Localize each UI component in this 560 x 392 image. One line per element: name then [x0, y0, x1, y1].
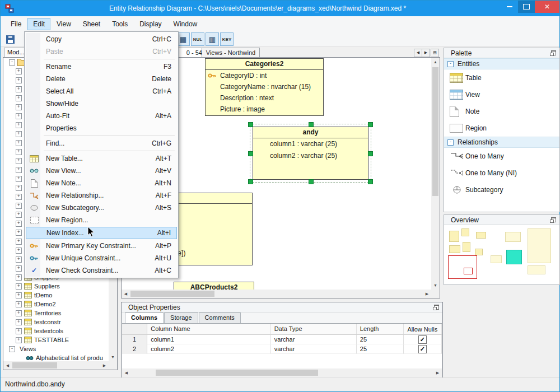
- scrollbar-thumb[interactable]: [130, 291, 214, 297]
- scrollbar-thumb[interactable]: [432, 67, 438, 196]
- show-datatypes-button[interactable]: ▥: [206, 32, 219, 46]
- tab-comments[interactable]: Comments: [199, 312, 241, 323]
- float-panel-icon[interactable]: [550, 217, 556, 223]
- resize-handle[interactable]: [368, 179, 373, 184]
- collapse-icon[interactable]: -: [447, 61, 454, 67]
- palette-item-subcategory[interactable]: Subcategory: [444, 181, 559, 198]
- resize-handle[interactable]: [248, 179, 253, 184]
- column-name-cell[interactable]: column1: [147, 335, 270, 344]
- expand-icon[interactable]: +: [16, 140, 22, 146]
- minimap-viewport[interactable]: [448, 255, 477, 279]
- scroll-right-icon[interactable]: ▶: [100, 361, 109, 370]
- tree-item-territories[interactable]: +Territories: [3, 309, 117, 318]
- scroll-left-icon[interactable]: ◀: [122, 290, 130, 298]
- save-button[interactable]: [4, 34, 16, 45]
- data-type-cell[interactable]: varchar: [271, 335, 357, 344]
- section-entities[interactable]: - Entities: [444, 58, 559, 69]
- menu-item-find[interactable]: Find...Ctrl+G: [26, 137, 177, 150]
- collapse-icon[interactable]: -: [9, 59, 15, 66]
- expand-icon[interactable]: +: [16, 176, 22, 182]
- resize-handle[interactable]: [309, 122, 314, 127]
- expand-icon[interactable]: +: [16, 77, 22, 83]
- length-cell[interactable]: 25: [357, 335, 404, 344]
- canvas-horizontal-scrollbar[interactable]: ◀ ▶: [122, 290, 431, 298]
- expand-icon[interactable]: +: [16, 95, 22, 101]
- collapse-icon[interactable]: -: [447, 139, 454, 146]
- scroll-down-icon[interactable]: ▼: [431, 281, 440, 290]
- canvas-vertical-scrollbar[interactable]: ▲ ▼: [431, 58, 440, 290]
- tree-item-testconstr[interactable]: +testconstr: [3, 318, 117, 326]
- palette-item-table[interactable]: Table: [444, 69, 559, 86]
- menu-window[interactable]: Window: [168, 18, 203, 30]
- expand-icon[interactable]: +: [16, 203, 22, 209]
- menu-item-show-hide[interactable]: Show/Hide: [26, 97, 177, 110]
- next-sheet-button[interactable]: ▶: [422, 49, 430, 57]
- float-panel-icon[interactable]: [550, 50, 556, 56]
- expand-icon[interactable]: +: [16, 239, 22, 245]
- palette-item-view[interactable]: View: [444, 86, 559, 103]
- menu-item-auto-fit[interactable]: Auto-FitAlt+A: [26, 110, 177, 122]
- expand-icon[interactable]: +: [16, 221, 22, 227]
- menu-item-new-relationship[interactable]: New Relationship...Alt+F: [26, 189, 177, 202]
- palette-item-region[interactable]: Region: [444, 120, 559, 137]
- tree-horizontal-scrollbar[interactable]: ◀ ▶: [3, 361, 109, 370]
- expand-icon[interactable]: +: [16, 301, 22, 307]
- scroll-right-icon[interactable]: ▶: [423, 290, 431, 298]
- palette-item-one-to-many-ni[interactable]: One to Many (NI): [444, 165, 559, 181]
- menu-item-new-check-constraint[interactable]: ✓New Check Constraint...Alt+C: [26, 264, 177, 277]
- menu-edit[interactable]: Edit: [27, 18, 50, 30]
- expand-icon[interactable]: +: [16, 212, 22, 218]
- expand-icon[interactable]: +: [16, 248, 22, 254]
- palette-item-one-to-many[interactable]: One to Many: [444, 148, 559, 165]
- resize-handle[interactable]: [248, 122, 253, 127]
- collapse-icon[interactable]: -: [9, 346, 15, 352]
- tree-item-tdemo[interactable]: +tDemo: [3, 291, 117, 300]
- menu-item-rename[interactable]: RenameF3: [26, 60, 177, 73]
- tree-item-views[interactable]: -Views: [3, 344, 117, 353]
- float-panel-icon[interactable]: [433, 305, 439, 310]
- allow-nulls-checkbox[interactable]: ✓: [418, 335, 427, 344]
- close-button[interactable]: ✕: [535, 1, 559, 13]
- scroll-right-icon[interactable]: ▶: [433, 368, 442, 377]
- expand-icon[interactable]: +: [16, 265, 22, 272]
- expand-icon[interactable]: +: [16, 122, 22, 128]
- expand-icon[interactable]: +: [16, 310, 22, 316]
- menu-item-new-index[interactable]: New Index...Alt+I: [26, 227, 177, 239]
- expand-icon[interactable]: +: [16, 337, 22, 343]
- expand-icon[interactable]: +: [16, 131, 22, 137]
- expand-icon[interactable]: +: [16, 185, 22, 191]
- tree-item-suppliers[interactable]: +Suppliers: [3, 282, 117, 291]
- menu-view[interactable]: View: [51, 18, 77, 30]
- sheet-list-button[interactable]: ▤: [431, 49, 439, 57]
- scroll-left-icon[interactable]: ◀: [122, 368, 130, 377]
- palette-item-note[interactable]: Note: [444, 103, 559, 120]
- menu-item-properties[interactable]: Properties: [26, 122, 177, 134]
- menu-item-new-primary-key-constraint[interactable]: New Primary Key Constraint...Alt+P: [26, 240, 177, 252]
- expand-icon[interactable]: +: [16, 149, 22, 155]
- expand-icon[interactable]: +: [16, 319, 22, 325]
- menu-item-delete[interactable]: DeleteDelete: [26, 73, 177, 85]
- resize-handle[interactable]: [368, 151, 373, 156]
- overview-minimap[interactable]: [445, 225, 559, 284]
- expand-icon[interactable]: +: [16, 292, 22, 298]
- data-type-cell[interactable]: varchar: [271, 344, 357, 354]
- menu-item-new-table[interactable]: New Table...Alt+T: [26, 152, 177, 165]
- allow-nulls-checkbox[interactable]: ✓: [418, 345, 427, 353]
- prev-sheet-button[interactable]: ◀: [414, 49, 422, 57]
- tab-columns[interactable]: Columns: [125, 312, 164, 323]
- scrollbar-thumb[interactable]: [156, 370, 318, 376]
- expand-icon[interactable]: +: [16, 194, 22, 200]
- expand-icon[interactable]: +: [16, 104, 22, 110]
- menu-sheet[interactable]: Sheet: [77, 18, 106, 30]
- show-keys-button[interactable]: KEY: [220, 32, 234, 46]
- menu-item-copy[interactable]: CopyCtrl+C: [26, 33, 177, 45]
- resize-handle[interactable]: [309, 179, 314, 184]
- scroll-left-icon[interactable]: ◀: [3, 361, 12, 370]
- tree-item-testextcols[interactable]: +testextcols: [3, 326, 117, 335]
- scroll-down-icon[interactable]: ▼: [109, 353, 117, 361]
- expand-icon[interactable]: +: [16, 283, 22, 290]
- section-relationships[interactable]: - Relationships: [444, 137, 559, 148]
- column-name-cell[interactable]: column2: [147, 344, 270, 354]
- menu-tools[interactable]: Tools: [106, 18, 133, 30]
- length-cell[interactable]: 25: [357, 344, 404, 354]
